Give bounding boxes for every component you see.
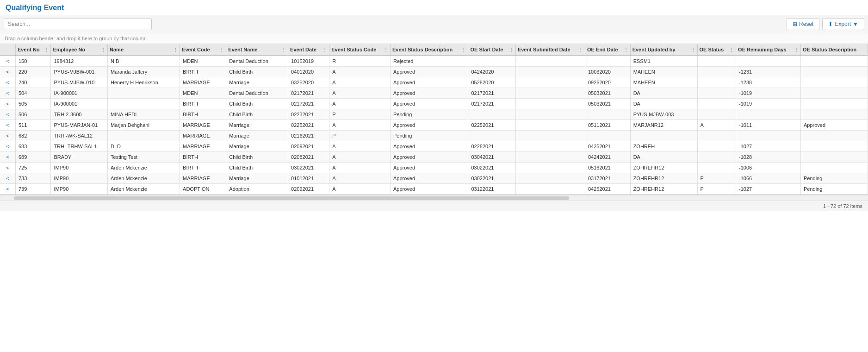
expand-button[interactable]: < bbox=[0, 141, 15, 152]
sort-icon-employee-no[interactable]: ⋮ bbox=[101, 47, 105, 52]
col-header-event-status-description[interactable]: Event Status Description ⋮ bbox=[390, 44, 468, 56]
col-header-event-date[interactable]: Event Date ⋮ bbox=[288, 44, 329, 56]
horizontal-scrollbar[interactable] bbox=[0, 195, 868, 201]
sort-icon-event-status-code[interactable]: ⋮ bbox=[384, 47, 388, 52]
table-row: <682TRHI-WK-SAL12MARRIAGEMarriage0216202… bbox=[0, 131, 868, 141]
sort-icon-event-code[interactable]: ⋮ bbox=[219, 47, 224, 52]
col-header-oe-start-date[interactable]: OE Start Date ⋮ bbox=[468, 44, 515, 56]
sort-icon-oe-start-date[interactable]: ⋮ bbox=[509, 47, 514, 52]
sort-icon-event-submitted-date[interactable]: ⋮ bbox=[578, 47, 583, 52]
event-no-cell: 725 bbox=[15, 163, 51, 173]
chevron-down-icon: ▼ bbox=[853, 21, 858, 27]
event-name-cell: Child Birth bbox=[226, 163, 288, 173]
oe-status-cell bbox=[697, 163, 736, 173]
expand-button[interactable]: < bbox=[0, 173, 15, 184]
name-cell: MINA HEDI bbox=[108, 109, 180, 120]
col-header-event-updated-by[interactable]: Event Updated by ⋮ bbox=[630, 44, 697, 56]
col-header-event-status-code[interactable]: Event Status Code ⋮ bbox=[329, 44, 391, 56]
event-date-cell: 02252021 bbox=[288, 120, 329, 131]
expand-button[interactable]: < bbox=[0, 88, 15, 99]
expand-button[interactable]: < bbox=[0, 56, 15, 67]
employee-no-cell: 1984312 bbox=[51, 56, 108, 67]
col-header-oe-status[interactable]: OE Status ⋮ bbox=[697, 44, 736, 56]
event-code-cell: BIRTH bbox=[180, 152, 226, 163]
name-cell: Maranda Jaffery bbox=[108, 67, 180, 77]
oe-status-description-cell bbox=[800, 77, 868, 88]
col-header-oe-status-description[interactable]: OE Status Description bbox=[800, 44, 868, 56]
sort-icon-oe-remaining-days[interactable]: ⋮ bbox=[794, 47, 799, 52]
col-header-name[interactable]: Name ⋮ bbox=[108, 44, 180, 56]
expand-button[interactable]: < bbox=[0, 120, 15, 131]
oe-remaining-days-cell bbox=[736, 131, 801, 141]
oe-start-date-cell: 03122021 bbox=[468, 184, 515, 195]
table-row: <683TRHI-TRHW-SAL1D. DMARRIAGEMarriage02… bbox=[0, 141, 868, 152]
page-title: Qualifying Event bbox=[0, 0, 868, 15]
event-code-cell: MDEN bbox=[180, 56, 226, 67]
event-updated-by-cell: DA bbox=[630, 152, 697, 163]
expand-button[interactable]: < bbox=[0, 184, 15, 195]
expand-button[interactable]: < bbox=[0, 77, 15, 88]
col-header-oe-remaining-days[interactable]: OE Remaining Days ⋮ bbox=[736, 44, 801, 56]
event-code-cell: MARRIAGE bbox=[180, 141, 226, 152]
oe-status-cell bbox=[697, 99, 736, 109]
grid-icon: ⊞ bbox=[793, 21, 797, 27]
expand-button[interactable]: < bbox=[0, 109, 15, 120]
event-status-code-cell: A bbox=[329, 99, 391, 109]
oe-start-date-cell: 02172021 bbox=[468, 88, 515, 99]
event-date-cell: 02172021 bbox=[288, 99, 329, 109]
oe-status-cell bbox=[697, 152, 736, 163]
table-row: <725IMP90Arden MckenzieBIRTHChild Birth0… bbox=[0, 163, 868, 173]
oe-start-date-cell bbox=[468, 56, 515, 67]
export-button[interactable]: ⬆ Export ▼ bbox=[822, 18, 864, 30]
sort-icon-oe-status[interactable]: ⋮ bbox=[729, 47, 734, 52]
col-header-oe-end-date[interactable]: OE End Date ⋮ bbox=[585, 44, 630, 56]
table-row: <220PYUS-MJBW-001Maranda JafferyBIRTHChi… bbox=[0, 67, 868, 77]
oe-start-date-cell bbox=[468, 131, 515, 141]
oe-end-date-cell bbox=[585, 109, 630, 120]
event-submitted-date-cell bbox=[515, 152, 585, 163]
event-date-cell: 02092021 bbox=[288, 184, 329, 195]
sort-icon-event-name[interactable]: ⋮ bbox=[281, 47, 286, 52]
sort-icon-event-updated-by[interactable]: ⋮ bbox=[691, 47, 695, 52]
oe-status-description-cell bbox=[800, 67, 868, 77]
oe-status-cell bbox=[697, 56, 736, 67]
sort-icon-event-date[interactable]: ⋮ bbox=[322, 47, 327, 52]
table-row: <504IA-900001MDENDental Deduction0217202… bbox=[0, 88, 868, 99]
sort-icon-event-no[interactable]: ⋮ bbox=[44, 47, 49, 52]
col-header-event-code[interactable]: Event Code ⋮ bbox=[180, 44, 226, 56]
col-header-event-name[interactable]: Event Name ⋮ bbox=[226, 44, 288, 56]
sort-icon-oe-end-date[interactable]: ⋮ bbox=[624, 47, 628, 52]
table-wrapper[interactable]: Event No ⋮ Employee No ⋮ Name ⋮ bbox=[0, 44, 868, 195]
sort-icon-name[interactable]: ⋮ bbox=[173, 47, 178, 52]
reset-button[interactable]: ⊞ Reset bbox=[787, 18, 819, 30]
event-name-cell: Child Birth bbox=[226, 152, 288, 163]
oe-remaining-days-cell: -1027 bbox=[736, 184, 801, 195]
scrollbar-thumb[interactable] bbox=[14, 196, 569, 200]
event-status-description-cell: Approved bbox=[390, 152, 468, 163]
expand-button[interactable]: < bbox=[0, 67, 15, 77]
search-input[interactable] bbox=[4, 18, 152, 30]
pagination-info: 1 - 72 of 72 items bbox=[823, 203, 862, 209]
employee-no-cell: PYUS-MJBW-001 bbox=[51, 67, 108, 77]
name-cell: Henerry H Henrikson bbox=[108, 77, 180, 88]
event-name-cell: Dental Deduction bbox=[226, 56, 288, 67]
event-code-cell: MARRIAGE bbox=[180, 120, 226, 131]
event-no-cell: 511 bbox=[15, 120, 51, 131]
employee-no-cell: IA-900001 bbox=[51, 88, 108, 99]
expand-button[interactable]: < bbox=[0, 163, 15, 173]
event-status-code-cell: P bbox=[329, 109, 391, 120]
oe-remaining-days-cell: -1019 bbox=[736, 88, 801, 99]
expand-button[interactable]: < bbox=[0, 99, 15, 109]
expand-button[interactable]: < bbox=[0, 131, 15, 141]
group-hint: Drag a column header and drop it here to… bbox=[0, 33, 868, 44]
col-header-event-no[interactable]: Event No ⋮ bbox=[15, 44, 51, 56]
col-header-employee-no[interactable]: Employee No ⋮ bbox=[51, 44, 108, 56]
expand-button[interactable]: < bbox=[0, 152, 15, 163]
employee-no-cell: IMP90 bbox=[51, 184, 108, 195]
event-no-cell: 682 bbox=[15, 131, 51, 141]
employee-no-cell: PYUS-MJBW-010 bbox=[51, 77, 108, 88]
event-name-cell: Child Birth bbox=[226, 99, 288, 109]
sort-icon-event-status-description[interactable]: ⋮ bbox=[461, 47, 466, 52]
oe-status-description-cell bbox=[800, 88, 868, 99]
col-header-event-submitted-date[interactable]: Event Submitted Date ⋮ bbox=[515, 44, 585, 56]
